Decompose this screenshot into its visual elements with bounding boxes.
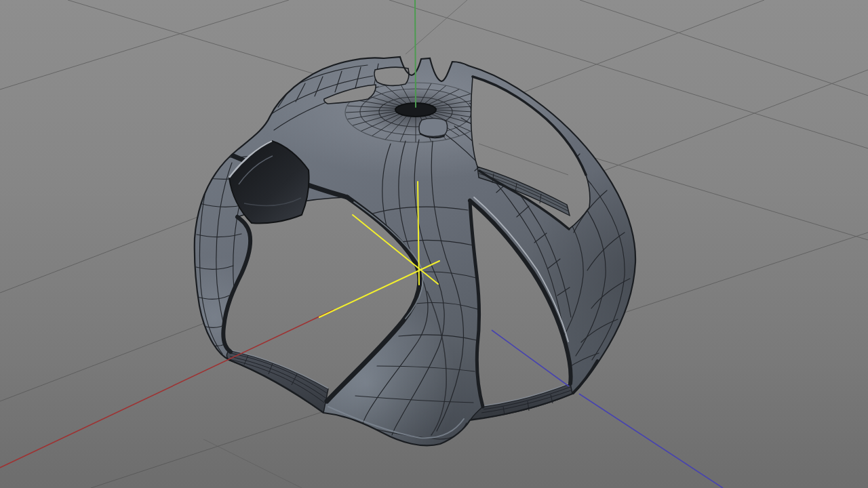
y-axis-line (415, 0, 416, 107)
viewport-canvas[interactable] (0, 0, 868, 488)
viewport-3d-perspective[interactable] (0, 0, 868, 488)
gap-top-hole (374, 67, 409, 85)
pole-tab[interactable] (419, 119, 448, 138)
